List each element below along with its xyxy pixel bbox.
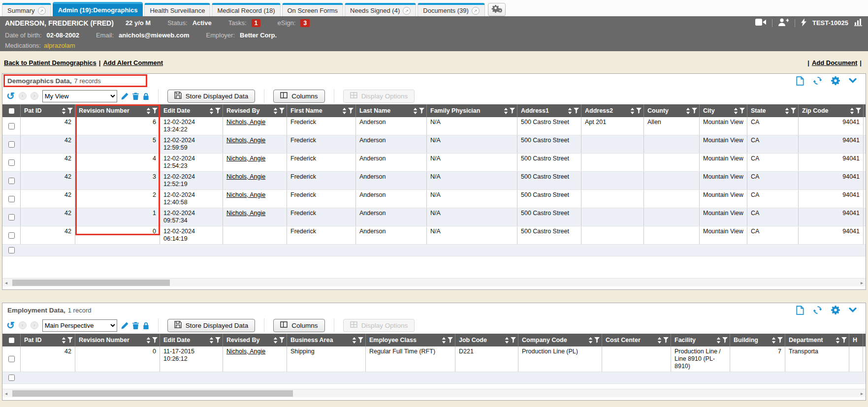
sort-icon[interactable] xyxy=(850,108,854,114)
columns-button[interactable]: Columns xyxy=(273,319,324,332)
delete-view-icon[interactable] xyxy=(132,322,139,329)
filter-icon[interactable] xyxy=(448,337,453,343)
view-select[interactable]: Main Perspective xyxy=(42,319,117,332)
revised-by-link[interactable]: Nichols, Angie xyxy=(226,155,265,162)
person-add-icon[interactable] xyxy=(778,18,789,28)
column-header-edit-date[interactable]: Edit Date xyxy=(160,104,223,117)
sort-icon[interactable] xyxy=(413,108,418,114)
column-header-revision-number[interactable]: Revision Number xyxy=(75,104,160,117)
revised-by-link[interactable]: Nichols, Angie xyxy=(226,173,265,180)
lock-view-icon[interactable] xyxy=(143,322,149,329)
gear-icon[interactable] xyxy=(831,306,840,314)
column-header-address2[interactable]: Address2 xyxy=(581,104,644,117)
column-header-family-physician[interactable]: Family Physician xyxy=(427,104,517,117)
sort-icon[interactable] xyxy=(62,108,66,114)
filter-icon[interactable] xyxy=(791,108,796,114)
revised-by-link[interactable]: Nichols, Angie xyxy=(226,348,265,355)
filter-icon[interactable] xyxy=(594,337,600,343)
tab-summary[interactable]: Summary↗ xyxy=(2,3,51,16)
scroll-left-arrow[interactable]: ◂ xyxy=(5,280,7,286)
sort-icon[interactable] xyxy=(273,108,278,114)
sort-icon[interactable] xyxy=(209,108,214,114)
horizontal-scrollbar[interactable]: ◂▸ xyxy=(2,389,866,397)
sort-icon[interactable] xyxy=(146,108,151,114)
row-checkbox[interactable] xyxy=(8,375,15,381)
filter-icon[interactable] xyxy=(856,108,861,114)
filter-icon[interactable] xyxy=(67,337,73,343)
sort-icon[interactable] xyxy=(209,337,214,344)
filter-icon[interactable] xyxy=(841,337,847,343)
view-select[interactable]: My View xyxy=(42,90,117,102)
sort-icon[interactable] xyxy=(588,337,593,344)
sort-icon[interactable] xyxy=(836,337,840,344)
sort-icon[interactable] xyxy=(62,337,66,344)
filter-icon[interactable] xyxy=(279,337,285,343)
document-icon[interactable] xyxy=(796,76,804,86)
document-icon[interactable] xyxy=(796,306,804,315)
store-displayed-data-button[interactable]: Store Displayed Data xyxy=(167,319,256,332)
column-header-last-name[interactable]: Last Name xyxy=(356,104,427,117)
tab-admin-19-demographics[interactable]: Admin (19):Demographics xyxy=(53,2,143,16)
column-header-revised-by[interactable]: Revised By xyxy=(223,104,287,117)
column-header-first-name[interactable]: First Name xyxy=(287,104,356,117)
gear-icon[interactable] xyxy=(831,76,840,85)
filter-icon[interactable] xyxy=(215,108,221,114)
row-checkbox[interactable] xyxy=(8,141,15,148)
select-all-checkbox[interactable] xyxy=(2,104,21,117)
sort-icon[interactable] xyxy=(785,108,789,114)
column-header-business-area[interactable]: Business Area xyxy=(287,334,366,346)
column-header-edit-date[interactable]: Edit Date xyxy=(160,334,223,346)
column-header-employee-class[interactable]: Employee Class xyxy=(366,334,455,346)
sort-icon[interactable] xyxy=(734,108,738,114)
scroll-left-arrow[interactable]: ◂ xyxy=(5,390,7,397)
tab-needs-signed-4[interactable]: Needs Signed (4)↗ xyxy=(345,3,416,16)
filter-icon[interactable] xyxy=(777,337,783,343)
sort-icon[interactable] xyxy=(716,337,721,344)
column-header-revised-by[interactable]: Revised By xyxy=(223,334,287,346)
esign-badge[interactable]: 3 xyxy=(300,19,310,27)
add-alert-comment-link[interactable]: Add Alert Comment xyxy=(103,59,163,66)
tasks-badge[interactable]: 1 xyxy=(252,19,261,27)
row-checkbox[interactable] xyxy=(8,196,15,202)
bar-chart-icon[interactable] xyxy=(854,18,863,28)
filter-icon[interactable] xyxy=(574,108,579,114)
sort-icon[interactable] xyxy=(657,337,662,344)
column-header-revision-number[interactable]: Revision Number xyxy=(75,334,160,346)
filter-icon[interactable] xyxy=(348,108,354,114)
sort-icon[interactable] xyxy=(630,108,635,114)
row-checkbox[interactable] xyxy=(8,247,15,253)
filter-icon[interactable] xyxy=(692,108,697,114)
sort-icon[interactable] xyxy=(772,337,776,344)
tab-health-surveillance[interactable]: Health Surveillance xyxy=(144,3,210,16)
sort-icon[interactable] xyxy=(568,108,572,114)
column-header-company-code[interactable]: Company Code xyxy=(518,334,602,346)
scroll-right-arrow[interactable]: ▸ xyxy=(861,280,863,286)
filter-icon[interactable] xyxy=(279,108,285,114)
row-checkbox[interactable] xyxy=(8,178,15,184)
refresh-icon[interactable] xyxy=(813,76,822,85)
medications-value[interactable]: alprazolam xyxy=(44,42,75,49)
external-link-icon[interactable]: ↗ xyxy=(472,7,480,15)
undo-icon[interactable]: ↺ xyxy=(6,91,15,101)
chevron-down-icon[interactable] xyxy=(849,78,857,83)
back-to-demographics-link[interactable]: Back to Patient Demographics xyxy=(4,59,96,66)
column-header-job-code[interactable]: Job Code xyxy=(455,334,518,346)
external-link-icon[interactable]: ↗ xyxy=(403,7,411,15)
row-checkbox[interactable] xyxy=(8,159,15,166)
tab-documents-39[interactable]: Documents (39)↗ xyxy=(418,3,484,16)
store-displayed-data-button[interactable]: Store Displayed Data xyxy=(167,90,256,103)
lock-view-icon[interactable] xyxy=(143,93,149,100)
sort-icon[interactable] xyxy=(146,337,151,344)
row-checkbox[interactable] xyxy=(8,232,15,239)
sort-icon[interactable] xyxy=(686,108,690,114)
revised-by-link[interactable]: Nichols, Angie xyxy=(226,119,265,125)
revised-by-link[interactable]: Nichols, Angie xyxy=(226,210,265,217)
settings-gears-button[interactable] xyxy=(488,3,506,16)
scroll-right-arrow[interactable]: ▸ xyxy=(861,390,863,397)
filter-icon[interactable] xyxy=(419,108,424,114)
undo-icon[interactable]: ↺ xyxy=(6,320,15,330)
filter-icon[interactable] xyxy=(152,108,158,114)
row-checkbox[interactable] xyxy=(8,214,15,220)
scrollbar-thumb[interactable] xyxy=(12,390,293,397)
columns-button[interactable]: Columns xyxy=(273,90,324,103)
